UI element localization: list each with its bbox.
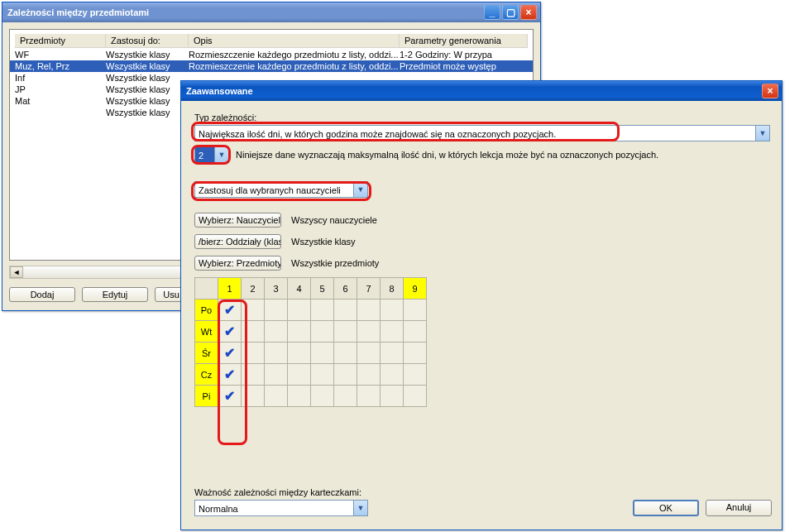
apply-combo[interactable]: Zastosuj dla wybranych nauczycieli ▼ [194,181,368,198]
chevron-down-icon[interactable]: ▼ [353,501,367,515]
grid-cell[interactable] [311,386,334,407]
grid-cell[interactable]: ✔ [218,386,242,407]
close-button[interactable]: × [762,84,778,98]
chevron-down-icon[interactable]: ▼ [214,147,228,162]
scroll-left-icon[interactable]: ◄ [10,266,23,278]
grid-cell[interactable] [357,321,381,343]
count-note: Niniejsze dane wyznaczają maksymalną ilo… [236,147,658,163]
grid-cell[interactable] [242,386,265,407]
grid-cell[interactable] [381,364,404,386]
cell: Przedmiot może występ [400,61,528,71]
grid-cell[interactable] [404,343,427,364]
grid-day-header[interactable]: Śr [195,343,218,364]
titlebar[interactable]: Zależności między przedmiotami _ ▢ × [2,2,540,22]
cell: Wszystkie klasy [106,84,189,94]
grid-day-header[interactable]: Wt [195,321,218,343]
grid-cell[interactable] [311,300,334,321]
grid-cell[interactable] [265,300,288,321]
list-row[interactable]: Muz, Rel, PrzWszystkie klasyRozmieszczen… [10,60,533,72]
check-icon: ✔ [224,346,235,360]
grid-cell[interactable] [265,386,288,407]
grid-cell[interactable] [288,364,311,386]
pick-row: /bierz: Oddziały (klasyWszystkie klasy [194,234,772,249]
grid-cell[interactable] [288,300,311,321]
grid-cell[interactable] [242,321,265,343]
grid-cell[interactable] [381,321,404,343]
maximize-button[interactable]: ▢ [502,5,519,20]
grid-cell[interactable] [357,364,381,386]
grid-col-header[interactable]: 5 [311,278,334,300]
grid-col-header[interactable]: 2 [242,278,265,300]
pick-button[interactable]: /bierz: Oddziały (klasy [194,234,281,249]
ok-button[interactable]: OK [633,500,699,516]
grid-col-header[interactable]: 4 [288,278,311,300]
cell: Mat [15,96,106,106]
grid-cell[interactable] [265,364,288,386]
pick-button[interactable]: Wybierz: Przedmioty / [194,256,281,271]
grid-cell[interactable]: ✔ [218,343,242,364]
list-header[interactable]: Przedmioty Zastosuj do: Opis Parametry g… [10,33,533,49]
close-button[interactable]: × [520,5,537,20]
grid-day-header[interactable]: Po [195,300,218,321]
grid-cell[interactable] [311,364,334,386]
grid-col-header[interactable]: 3 [265,278,288,300]
grid-cell[interactable] [242,343,265,364]
grid-cell[interactable] [311,343,334,364]
grid-cell[interactable] [357,386,381,407]
window-title: Zaawansowane [186,81,253,101]
grid-cell[interactable] [334,300,357,321]
chevron-down-icon[interactable]: ▼ [755,126,769,141]
grid-cell[interactable] [311,321,334,343]
pick-button[interactable]: Wybierz: Nauczyciele / [194,213,281,228]
importance-combo[interactable]: Normalna ▼ [194,500,368,516]
count-combo[interactable]: 2 ▼ [194,146,229,163]
grid-cell[interactable] [242,300,265,321]
check-icon: ✔ [224,303,235,317]
edit-button[interactable]: Edytuj [82,287,148,302]
chevron-down-icon[interactable]: ▼ [353,182,367,197]
grid-col-header[interactable]: 7 [357,278,381,300]
grid-cell[interactable]: ✔ [218,364,242,386]
list-row[interactable]: WFWszystkie klasyRozmieszczenie każdego … [10,49,533,60]
titlebar[interactable]: Zaawansowane × [181,81,782,101]
grid-cell[interactable] [334,386,357,407]
grid-col-header[interactable]: 8 [381,278,404,300]
schedule-grid[interactable]: 123456789 Po✔Wt✔Śr✔Cz✔Pi✔ [194,277,427,407]
grid-cell[interactable]: ✔ [218,321,242,343]
col-header[interactable]: Parametry generowania [400,34,528,48]
grid-cell[interactable] [334,321,357,343]
col-header[interactable]: Przedmioty [15,34,106,48]
count-value: 2 [195,147,214,162]
grid-cell[interactable] [334,343,357,364]
grid-col-header[interactable]: 6 [334,278,357,300]
grid-cell[interactable] [404,321,427,343]
grid-day-header[interactable]: Pi [195,386,218,407]
grid-cell[interactable] [381,300,404,321]
grid-day-header[interactable]: Cz [195,364,218,386]
grid-cell[interactable] [265,343,288,364]
grid-cell[interactable] [404,386,427,407]
grid-cell[interactable] [381,386,404,407]
add-button[interactable]: Dodaj [9,287,75,302]
cell: Wszystkie klasy [106,73,189,83]
col-header[interactable]: Opis [189,34,400,48]
cancel-button[interactable]: Anuluj [706,500,772,516]
grid-cell[interactable] [404,364,427,386]
type-combo[interactable]: Największa ilość dni, w których godzina … [194,125,770,141]
grid-cell[interactable] [381,343,404,364]
pick-value: Wszystkie przedmioty [291,258,379,268]
minimize-button[interactable]: _ [484,5,500,20]
grid-cell[interactable] [404,300,427,321]
grid-cell[interactable]: ✔ [218,300,242,321]
grid-cell[interactable] [288,343,311,364]
grid-cell[interactable] [334,364,357,386]
grid-cell[interactable] [288,321,311,343]
col-header[interactable]: Zastosuj do: [106,34,189,48]
grid-cell[interactable] [242,364,265,386]
grid-col-header[interactable]: 9 [404,278,427,300]
grid-cell[interactable] [357,300,381,321]
grid-col-header[interactable]: 1 [218,278,242,300]
grid-cell[interactable] [357,343,381,364]
grid-cell[interactable] [288,386,311,407]
grid-cell[interactable] [265,321,288,343]
